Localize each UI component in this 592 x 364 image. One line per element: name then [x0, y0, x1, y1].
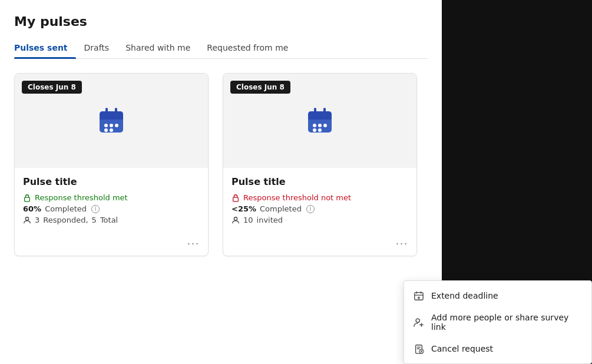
extend-deadline-label: Extend deadline	[431, 291, 498, 300]
svg-point-4	[110, 124, 113, 127]
invited-label-2: invited	[257, 216, 283, 224]
person-icon-1	[23, 216, 31, 224]
lock-icon-1	[23, 194, 31, 202]
svg-point-23	[234, 217, 237, 220]
cards-container: Closes Jun 8 Pulse title	[14, 73, 428, 256]
card-body-2: Pulse title Response threshold not met <…	[223, 168, 416, 233]
svg-rect-14	[308, 116, 332, 120]
total-count-1: 5	[92, 216, 97, 224]
svg-rect-21	[323, 108, 326, 115]
svg-point-25	[416, 319, 419, 322]
svg-point-15	[313, 124, 316, 127]
tab-shared-with-me[interactable]: Shared with me	[117, 38, 199, 58]
card-title-1: Pulse title	[23, 176, 200, 187]
cancel-request-label: Cancel request	[431, 344, 493, 353]
completion-stat-1: 60% Completed i	[23, 204, 200, 213]
invited-count-2: 10	[243, 216, 253, 224]
total-label-1: Total	[100, 216, 118, 224]
tab-drafts[interactable]: Drafts	[76, 38, 118, 58]
pulse-card-1: Closes Jun 8 Pulse title	[14, 73, 209, 256]
svg-point-19	[318, 128, 322, 132]
pulse-card-2: Closes Jun 8 Pulse title	[223, 73, 417, 256]
calendar-icon-2	[306, 107, 334, 135]
context-menu: Extend deadline Add more people or share…	[404, 280, 592, 364]
person-icon-2	[231, 216, 240, 224]
svg-point-18	[313, 128, 316, 132]
responded-label-1: Responded,	[43, 216, 88, 224]
add-people-item[interactable]: Add more people or share survey link	[404, 307, 591, 337]
card-badge-1: Closes Jun 8	[22, 81, 82, 94]
completion-label-2: Completed	[260, 204, 302, 213]
svg-rect-9	[115, 108, 117, 115]
add-people-icon	[414, 317, 424, 327]
extend-icon	[414, 290, 424, 301]
calendar-icon-1	[97, 107, 125, 135]
card-title-2: Pulse title	[231, 176, 408, 187]
page-title: My pulses	[14, 14, 428, 29]
lock-icon-2	[231, 194, 240, 202]
svg-rect-2	[100, 116, 123, 120]
tab-requested-from-me[interactable]: Requested from me	[199, 38, 296, 58]
extend-deadline-item[interactable]: Extend deadline	[404, 284, 591, 307]
svg-rect-8	[105, 108, 108, 115]
completion-pct-2: <25%	[231, 204, 256, 213]
card-footer-2: ···	[223, 233, 416, 256]
cancel-icon	[414, 343, 424, 354]
svg-point-6	[104, 128, 108, 132]
svg-point-3	[104, 124, 108, 127]
completion-stat-2: <25% Completed i	[231, 204, 408, 213]
info-icon-2[interactable]: i	[306, 205, 315, 213]
svg-rect-20	[314, 108, 316, 115]
svg-point-5	[115, 124, 118, 127]
tab-pulses-sent[interactable]: Pulses sent	[14, 38, 76, 58]
card-image-area-1: Closes Jun 8	[15, 74, 208, 168]
card-body-1: Pulse title Response threshold met 60% C…	[15, 168, 208, 233]
completion-label-1: Completed	[45, 204, 87, 213]
threshold-stat-2: Response threshold not met	[231, 193, 408, 202]
add-people-label: Add more people or share survey link	[431, 313, 582, 332]
svg-point-7	[110, 128, 113, 132]
card-footer-1: ···	[15, 233, 208, 256]
more-options-button-1[interactable]: ···	[185, 236, 202, 251]
svg-point-16	[318, 124, 322, 127]
more-options-button-2[interactable]: ···	[393, 236, 411, 251]
completion-pct-1: 60%	[23, 204, 41, 213]
svg-rect-22	[233, 197, 239, 201]
threshold-label-1: Response threshold met	[35, 193, 128, 202]
invited-stat-2: 10 invited	[231, 216, 408, 224]
svg-rect-10	[25, 197, 30, 201]
threshold-stat-1: Response threshold met	[23, 193, 200, 202]
responded-count-1: 3	[35, 216, 39, 224]
svg-point-11	[25, 217, 28, 220]
cancel-request-item[interactable]: Cancel request	[404, 337, 591, 360]
threshold-label-2: Response threshold not met	[243, 193, 351, 202]
card-image-area-2: Closes Jun 8	[223, 74, 416, 168]
responded-stat-1: 3 Responded, 5 Total	[23, 216, 200, 224]
card-badge-2: Closes Jun 8	[230, 81, 290, 94]
info-icon-1[interactable]: i	[91, 205, 100, 213]
svg-point-17	[323, 124, 327, 127]
tabs-nav: Pulses sent Drafts Shared with me Reques…	[14, 38, 428, 59]
